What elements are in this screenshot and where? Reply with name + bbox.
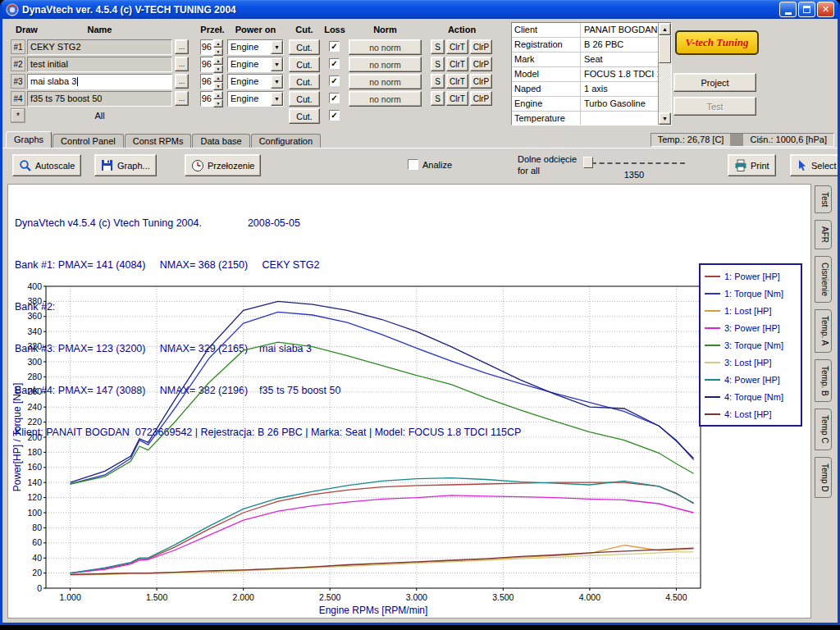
s-button[interactable]: S	[431, 57, 445, 71]
dropdown-arrow-icon[interactable]: ▼	[271, 75, 283, 89]
przelozenie-button[interactable]: Przełozenie	[185, 154, 261, 176]
legend-item[interactable]: 1: Lost [HP]	[705, 302, 797, 319]
row-id-label[interactable]: #1	[11, 39, 25, 54]
legend-item[interactable]: 4: Power [HP]	[705, 371, 797, 388]
analize-checkbox[interactable]: Analize	[408, 159, 452, 170]
przel-spinner[interactable]: 96▲▼	[200, 91, 223, 107]
row-id-label[interactable]: #3	[11, 74, 25, 89]
dropdown-arrow-icon[interactable]: ▼	[271, 92, 283, 106]
clear-torque-button[interactable]: ClrT	[446, 57, 468, 71]
clear-power-button[interactable]: ClrP	[470, 74, 492, 89]
legend-item[interactable]: 3: Torque [Nm]	[705, 336, 797, 354]
norm-button[interactable]: no norm	[349, 39, 422, 55]
clear-power-button[interactable]: ClrP	[470, 91, 492, 106]
scroll-down-icon[interactable]: ▼	[659, 112, 671, 125]
tab-const-rpms[interactable]: Const RPMs	[125, 134, 192, 148]
s-button[interactable]: S	[431, 91, 445, 106]
s-button[interactable]: S	[431, 74, 445, 89]
spinner-up-icon[interactable]: ▲	[213, 57, 223, 65]
minimize-button[interactable]	[779, 2, 797, 17]
all-loss-checkbox[interactable]: ✓	[329, 110, 340, 121]
client-field-value[interactable]	[581, 112, 658, 125]
dropdown-arrow-icon[interactable]: ▼	[271, 57, 283, 71]
power-on-select[interactable]: Engine▼	[227, 91, 284, 107]
star-row-button[interactable]: *	[11, 108, 25, 123]
run-name-field[interactable]: f35 ts 75 boost 50	[27, 91, 172, 107]
browse-button[interactable]: ...	[175, 91, 189, 106]
print-button[interactable]: Print	[728, 154, 776, 176]
s-button[interactable]: S	[431, 39, 445, 54]
browse-button[interactable]: ...	[175, 74, 189, 89]
cut-button[interactable]: Cut.	[289, 39, 320, 55]
power-on-select[interactable]: Engine▼	[227, 39, 284, 55]
clear-torque-button[interactable]: ClrT	[446, 74, 468, 89]
tab-control-panel[interactable]: Control Panel	[52, 134, 124, 148]
loss-checkbox[interactable]: ✓	[329, 75, 340, 86]
tab-graphs[interactable]: Graphs	[6, 131, 52, 148]
run-name-field[interactable]: mai slaba 3	[27, 74, 172, 89]
slider-handle[interactable]	[583, 157, 593, 168]
all-cut-button[interactable]: Cut.	[289, 108, 320, 124]
client-field-value[interactable]: 1 axis	[581, 82, 658, 96]
maximize-button[interactable]	[798, 2, 815, 17]
client-field-value[interactable]: PANAIT BOGDAN	[581, 23, 658, 37]
tab-configuration[interactable]: Configuration	[251, 134, 321, 148]
tab-data-base[interactable]: Data base	[192, 134, 249, 148]
side-tab-test[interactable]: Test	[815, 185, 832, 213]
loss-checkbox[interactable]: ✓	[329, 41, 340, 52]
spinner-down-icon[interactable]: ▼	[213, 99, 223, 107]
browse-button[interactable]: ...	[175, 57, 189, 71]
side-tab-temp-b[interactable]: Temp. B	[815, 359, 832, 403]
side-tab-temp-c[interactable]: Temp C	[815, 409, 832, 450]
graph-button[interactable]: Graph...	[94, 154, 157, 176]
autoscale-button[interactable]: Autoscale	[12, 154, 81, 176]
side-tab-cisnienie[interactable]: Cisnienie	[815, 256, 832, 303]
przel-spinner[interactable]: 96▲▼	[200, 74, 223, 89]
przel-spinner[interactable]: 96▲▼	[200, 39, 223, 55]
browse-button[interactable]: ...	[175, 39, 189, 54]
legend-item[interactable]: 4: Lost [HP]	[705, 405, 797, 422]
power-on-select[interactable]: Engine▼	[227, 74, 284, 89]
client-field-value[interactable]: Seat	[581, 52, 658, 66]
norm-button[interactable]: no norm	[349, 57, 422, 72]
legend-item[interactable]: 3: Lost [HP]	[705, 354, 797, 371]
spinner-up-icon[interactable]: ▲	[213, 91, 223, 99]
scroll-up-icon[interactable]: ▲	[659, 23, 671, 35]
spinner-down-icon[interactable]: ▼	[213, 48, 223, 56]
legend-item[interactable]: 3: Power [HP]	[705, 319, 797, 336]
legend-item[interactable]: 1: Torque [Nm]	[705, 285, 797, 302]
project-button[interactable]: Project	[673, 73, 756, 92]
scrollbar-thumb[interactable]	[659, 35, 671, 63]
cut-button[interactable]: Cut.	[289, 91, 320, 107]
spinner-down-icon[interactable]: ▼	[213, 65, 223, 73]
scrollbar-track[interactable]	[659, 35, 671, 112]
cut-button[interactable]: Cut.	[289, 74, 320, 89]
side-tab-temp-d[interactable]: Temp D	[815, 457, 832, 498]
dropdown-arrow-icon[interactable]: ▼	[271, 40, 283, 54]
norm-button[interactable]: no norm	[349, 74, 422, 89]
cut-button[interactable]: Cut.	[289, 57, 320, 72]
clear-torque-button[interactable]: ClrT	[446, 39, 468, 54]
select-button[interactable]: Select	[790, 154, 840, 176]
loss-checkbox[interactable]: ✓	[329, 93, 340, 103]
side-tab-afr[interactable]: AFR	[815, 220, 832, 249]
spinner-up-icon[interactable]: ▲	[213, 39, 223, 48]
spinner-value[interactable]: 96	[200, 57, 213, 72]
loss-checkbox[interactable]: ✓	[329, 58, 340, 69]
run-name-field[interactable]: CEKY STG2	[27, 39, 172, 55]
spinner-value[interactable]: 96	[200, 74, 213, 89]
cutoff-slider[interactable]	[583, 157, 685, 168]
client-field-value[interactable]: B 26 PBC	[581, 38, 658, 52]
legend-item[interactable]: 1: Power [HP]	[705, 267, 797, 285]
client-scrollbar[interactable]: ▲ ▼	[658, 23, 671, 125]
power-on-select[interactable]: Engine▼	[227, 57, 284, 72]
run-name-field[interactable]: test initial	[27, 57, 172, 72]
row-id-label[interactable]: #2	[11, 57, 25, 71]
norm-button[interactable]: no norm	[349, 91, 422, 107]
spinner-value[interactable]: 96	[200, 39, 213, 55]
titlebar[interactable]: DynaVtech ver. 4.5.4 (c) V-TECH TUNING 2…	[2, 0, 838, 19]
client-field-value[interactable]: FOCUS 1.8 TDCI 115CP	[581, 67, 658, 81]
spinner-up-icon[interactable]: ▲	[213, 74, 223, 82]
clear-power-button[interactable]: ClrP	[470, 39, 492, 54]
close-button[interactable]: ✕	[817, 2, 834, 17]
